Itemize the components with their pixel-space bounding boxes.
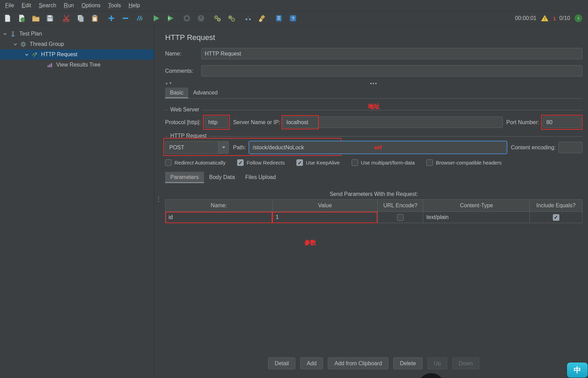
tab-body-data[interactable]: Body Data [204,172,240,183]
new-file-icon[interactable] [3,13,12,23]
remote-stop-icon[interactable] [227,13,236,23]
thread-count: 0/10 [559,15,570,21]
stop-icon[interactable] [182,13,192,23]
comments-input[interactable] [201,65,582,77]
menu-tools[interactable]: Tools [104,0,125,11]
chevron-down-icon[interactable] [3,32,8,36]
start-icon[interactable] [151,13,161,23]
open-file-icon[interactable] [31,13,41,23]
option-use-keepalive[interactable]: Use KeepAlive [296,159,339,166]
checkbox-icon[interactable] [426,159,433,166]
path-input[interactable]: /stock/deductNoLock url [249,141,507,154]
error-count: 1 [553,16,556,21]
splitter-grip-icon[interactable]: ••• [370,80,378,86]
checkbox-icon[interactable] [397,214,404,221]
copy-icon[interactable] [76,13,85,23]
detail-button[interactable]: Detail [268,357,295,369]
address-annotation: 地址 [368,102,380,110]
send-parameters-caption: Send Parameters With the Request: [165,191,582,197]
tree-item-label: Test Plan [19,31,42,37]
tree-item-test-plan[interactable]: Test Plan [0,29,154,39]
name-input[interactable]: HTTP Request [201,48,582,59]
option-follow-redirects[interactable]: Follow Redirects [237,159,285,166]
param-name-cell[interactable]: id [165,212,273,223]
column-header-include-equals: Include Equals? [530,200,582,212]
editor-splitter[interactable]: ▲▼ ••• [165,81,582,86]
method-selected-value: POST [165,145,218,151]
shutdown-icon[interactable] [196,13,206,23]
param-value-cell[interactable]: 1 [272,212,377,223]
param-content-type-cell[interactable]: text/plain [423,212,530,223]
option-use-multipart[interactable]: Use multipart/form-data [352,159,415,166]
tree-item-thread-group[interactable]: Thread Group [0,39,154,49]
protocol-input[interactable]: http [205,117,228,128]
tree-item-view-results-tree[interactable]: View Results Tree [0,60,154,70]
chevron-down-icon[interactable] [24,52,29,57]
search-icon[interactable] [243,13,253,23]
down-button[interactable]: Down [452,357,479,369]
checkbox-checked-icon[interactable] [237,159,244,166]
content-encoding-input[interactable] [558,142,582,153]
test-plan-tree: Test Plan Thread Group HTTP Request View… [0,26,154,378]
checkbox-checked-icon[interactable] [553,214,559,221]
param-url-encode-cell[interactable] [377,212,423,223]
remote-start-icon[interactable] [213,13,222,23]
thread-health-icon [574,13,583,23]
option-browser-compatible-headers[interactable]: Browser-compatible headers [426,159,501,166]
column-header-content-type: Content-Type [423,200,530,212]
server-name-input[interactable]: localhost [283,117,503,128]
chevron-down-icon[interactable] [13,42,18,47]
option-redirect-automatically[interactable]: Redirect Automatically [165,159,225,166]
port-highlight-box: 80 [541,115,582,130]
tab-parameters[interactable]: Parameters [165,172,204,183]
remove-icon[interactable] [121,13,130,23]
start-no-pauses-icon[interactable] [165,13,175,23]
menu-edit[interactable]: Edit [18,0,35,11]
port-input[interactable]: 80 [543,117,581,128]
comments-label: Comments: [165,68,201,74]
help-icon[interactable]: ? [288,13,298,23]
new-from-template-icon[interactable] [17,13,27,23]
checkbox-checked-icon[interactable] [296,159,303,166]
basic-advanced-tabs: Basic Advanced [165,88,582,99]
add-button[interactable]: Add [300,357,323,369]
tab-advanced[interactable]: Advanced [188,88,222,98]
path-value: /stock/deductNoLock [253,145,304,151]
column-header-url-encode: URL Encode? [377,200,423,212]
view-results-tree-icon [47,62,53,68]
menu-file[interactable]: File [1,0,18,11]
cut-icon[interactable] [62,13,71,23]
method-select[interactable]: POST [165,141,229,154]
toggle-icon[interactable] [135,13,144,23]
tree-item-label: HTTP Request [41,51,78,58]
menu-help[interactable]: Help [125,0,144,11]
add-icon[interactable] [107,13,116,23]
http-request-group: HTTP Request POST Path: /stock/deductNoL… [165,136,582,166]
clear-all-icon[interactable] [257,13,267,23]
protocol-label: Protocol [http]: [165,119,201,126]
delete-button[interactable]: Delete [393,357,422,369]
menu-search[interactable]: Search [35,0,60,11]
splitter-arrows-icon[interactable]: ▲▼ [165,81,173,85]
name-label: Name: [165,51,201,57]
option-label: Browser-compatible headers [436,160,501,166]
input-method-badge[interactable]: 中 [567,362,588,378]
tree-item-http-request[interactable]: HTTP Request [0,49,154,60]
function-helper-icon[interactable] [274,13,284,23]
paste-icon[interactable] [90,13,100,23]
parameters-header-row: Name: Value URL Encode? Content-Type Inc… [165,200,582,212]
menu-run[interactable]: Run [60,0,78,11]
add-from-clipboard-button[interactable]: Add from Clipboard [328,357,388,369]
test-plan-icon [10,31,17,37]
tab-basic[interactable]: Basic [165,88,188,98]
thread-group-icon [20,41,27,47]
checkbox-icon[interactable] [352,159,358,166]
chevron-down-icon[interactable] [218,141,229,153]
menu-options[interactable]: Options [78,0,104,11]
checkbox-icon[interactable] [165,159,172,166]
up-button[interactable]: Up [427,357,447,369]
warning-icon[interactable]: ! [540,13,550,23]
param-include-equals-cell[interactable] [530,212,582,223]
save-icon[interactable] [45,13,55,23]
tab-files-upload[interactable]: Files Upload [240,172,281,183]
